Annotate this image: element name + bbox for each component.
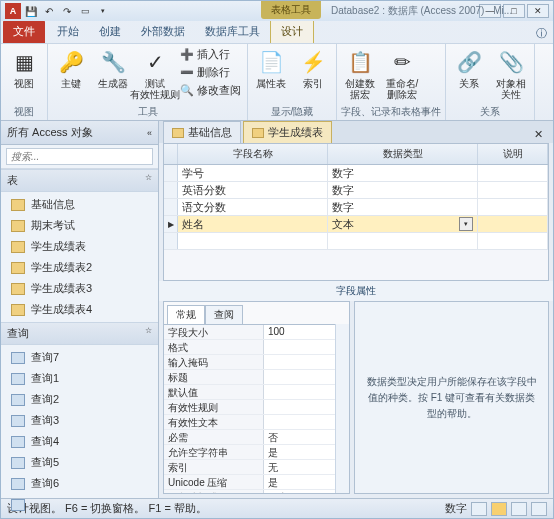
row-selector[interactable] — [164, 182, 178, 198]
row-selector[interactable] — [164, 165, 178, 181]
property-row[interactable]: 标题 — [164, 370, 335, 385]
nav-query-item[interactable]: 查询5 — [1, 452, 158, 473]
dropdown-icon[interactable]: ▾ — [459, 217, 473, 231]
tab-home[interactable]: 开始 — [47, 20, 89, 43]
property-row[interactable]: Unicode 压缩是 — [164, 475, 335, 490]
type-cell[interactable] — [328, 233, 478, 249]
prop-value[interactable] — [264, 355, 335, 369]
category-tables[interactable]: 表☆ — [1, 169, 158, 192]
property-row[interactable]: 输入法模式开启 — [164, 490, 335, 493]
property-row[interactable]: 有效性规则 — [164, 400, 335, 415]
nav-query-item[interactable]: 查询1 — [1, 368, 158, 389]
builder-button[interactable]: 🔧生成器 — [94, 46, 132, 91]
redo-icon[interactable]: ↷ — [59, 3, 75, 19]
nav-table-item[interactable]: 学生成绩表4 — [1, 299, 158, 320]
prop-value[interactable] — [264, 340, 335, 354]
prop-value[interactable]: 是 — [264, 445, 335, 459]
desc-cell[interactable] — [478, 199, 548, 215]
tab-create[interactable]: 创建 — [89, 20, 131, 43]
chevron-left-icon[interactable]: « — [147, 128, 152, 138]
dependencies-button[interactable]: 📎对象相关性 — [492, 46, 530, 102]
nav-query-item[interactable]: 查询2 — [1, 389, 158, 410]
scrollbar[interactable] — [335, 324, 349, 493]
qat-dropdown-icon[interactable]: ▾ — [95, 3, 111, 19]
field-cell[interactable]: 英语分数 — [178, 182, 328, 198]
field-cell[interactable]: 姓名 — [178, 216, 328, 232]
modify-lookup-button[interactable]: 🔍修改查阅 — [178, 82, 243, 99]
field-cell[interactable]: 学号 — [178, 165, 328, 181]
tab-design[interactable]: 设计 — [270, 19, 314, 43]
prop-value[interactable]: 开启 — [264, 490, 335, 493]
prop-value[interactable] — [264, 400, 335, 414]
prop-value[interactable] — [264, 385, 335, 399]
prop-value[interactable] — [264, 370, 335, 384]
desc-cell[interactable] — [478, 216, 548, 232]
qat-item-icon[interactable]: ▭ — [77, 3, 93, 19]
row-selector[interactable] — [164, 233, 178, 249]
nav-table-item[interactable]: 期末考试 — [1, 215, 158, 236]
create-macro-button[interactable]: 📋创建数据宏 — [341, 46, 379, 102]
doc-tab-scores[interactable]: 学生成绩表 — [243, 121, 332, 143]
view-sql-button[interactable] — [511, 502, 527, 516]
property-row[interactable]: 允许空字符串是 — [164, 445, 335, 460]
tab-external[interactable]: 外部数据 — [131, 20, 195, 43]
search-input[interactable] — [6, 148, 153, 165]
view-other-button[interactable] — [531, 502, 547, 516]
nav-query-item[interactable]: 查询4 — [1, 431, 158, 452]
view-design-button[interactable] — [491, 502, 507, 516]
prop-value[interactable] — [264, 415, 335, 429]
desc-cell[interactable] — [478, 165, 548, 181]
property-row[interactable]: 有效性文本 — [164, 415, 335, 430]
close-doc-button[interactable]: ✕ — [528, 126, 549, 143]
nav-table-item[interactable]: 学生成绩表3 — [1, 278, 158, 299]
field-cell[interactable] — [178, 233, 328, 249]
type-cell[interactable]: 数字 — [328, 165, 478, 181]
prop-value[interactable]: 是 — [264, 475, 335, 489]
nav-query-item[interactable]: 查询3 — [1, 410, 158, 431]
help-icon[interactable]: ⓘ — [530, 24, 553, 43]
type-cell[interactable]: 数字 — [328, 199, 478, 215]
property-row[interactable]: 格式 — [164, 340, 335, 355]
property-row[interactable]: 索引无 — [164, 460, 335, 475]
property-row[interactable]: 字段大小100 — [164, 325, 335, 340]
primary-key-button[interactable]: 🔑主键 — [52, 46, 90, 91]
nav-query-item[interactable]: 查询6 — [1, 473, 158, 494]
desc-cell[interactable] — [478, 233, 548, 249]
relationships-button[interactable]: 🔗关系 — [450, 46, 488, 91]
property-row[interactable]: 输入掩码 — [164, 355, 335, 370]
close-button[interactable]: ✕ — [527, 4, 549, 18]
undo-icon[interactable]: ↶ — [41, 3, 57, 19]
col-description[interactable]: 说明 — [478, 144, 548, 164]
rename-macro-button[interactable]: ✏重命名/ 删除宏 — [383, 46, 421, 102]
row-selector-header[interactable] — [164, 144, 178, 164]
tab-lookup[interactable]: 查阅 — [205, 305, 243, 325]
row-selector[interactable]: ▶ — [164, 216, 178, 232]
desc-cell[interactable] — [478, 182, 548, 198]
test-rules-button[interactable]: ✓测试 有效性规则 — [136, 46, 174, 102]
col-datatype[interactable]: 数据类型 — [328, 144, 478, 164]
prop-value[interactable]: 无 — [264, 460, 335, 474]
delete-row-button[interactable]: ➖删除行 — [178, 64, 243, 81]
property-row[interactable]: 必需否 — [164, 430, 335, 445]
tab-general[interactable]: 常规 — [167, 305, 205, 325]
doc-tab-basicinfo[interactable]: 基础信息 — [163, 121, 241, 143]
property-sheet-button[interactable]: 📄属性表 — [252, 46, 290, 91]
nav-table-item[interactable]: 基础信息 — [1, 194, 158, 215]
tab-dbtools[interactable]: 数据库工具 — [195, 20, 270, 43]
navpane-header[interactable]: 所有 Access 对象 « — [1, 121, 158, 145]
view-button[interactable]: ▦视图 — [5, 46, 43, 91]
prop-value[interactable]: 100 — [264, 325, 335, 339]
field-cell[interactable]: 语文分数 — [178, 199, 328, 215]
nav-table-item[interactable]: 学生成绩表 — [1, 236, 158, 257]
col-fieldname[interactable]: 字段名称 — [178, 144, 328, 164]
nav-table-item[interactable]: 学生成绩表2 — [1, 257, 158, 278]
indexes-button[interactable]: ⚡索引 — [294, 46, 332, 91]
row-selector[interactable] — [164, 199, 178, 215]
type-cell[interactable]: 文本▾ — [328, 216, 478, 232]
prop-value[interactable]: 否 — [264, 430, 335, 444]
type-cell[interactable]: 数字 — [328, 182, 478, 198]
save-icon[interactable]: 💾 — [23, 3, 39, 19]
insert-row-button[interactable]: ➕插入行 — [178, 46, 243, 63]
tab-file[interactable]: 文件 — [3, 20, 45, 43]
view-datasheet-button[interactable] — [471, 502, 487, 516]
